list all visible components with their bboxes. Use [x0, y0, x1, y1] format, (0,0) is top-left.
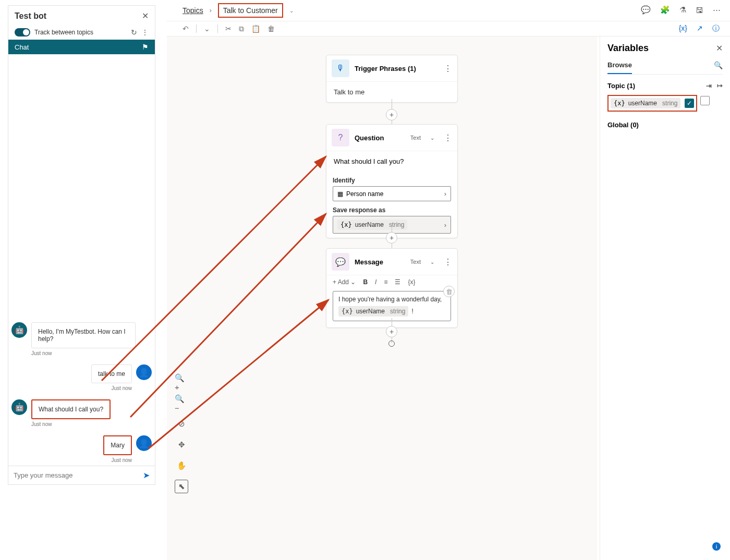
- chat-input[interactable]: [14, 471, 140, 479]
- more-icon[interactable]: ⋯: [713, 5, 721, 15]
- tab-browse[interactable]: Browse: [607, 61, 632, 74]
- search-icon[interactable]: 🔍: [714, 61, 723, 74]
- pan-icon[interactable]: ✋: [175, 459, 188, 472]
- breadcrumb-current[interactable]: Talk to Customer: [218, 3, 283, 18]
- breadcrumb-root[interactable]: Topics: [182, 6, 203, 15]
- variable-icon[interactable]: {x}: [408, 278, 415, 286]
- share-icon[interactable]: ↗: [697, 24, 703, 33]
- variable-icon: {x}: [340, 221, 352, 228]
- select-icon[interactable]: ⬉: [175, 480, 188, 493]
- chat-tab[interactable]: Chat ⚑: [8, 40, 155, 54]
- top-right-toolbar: 💬 🧩 ⚗ 🖫 ⋯: [641, 5, 721, 15]
- zoom-out-icon[interactable]: 🔍−: [175, 396, 188, 410]
- variables-title: Variables: [607, 43, 649, 54]
- global-section-label: Global (0): [607, 121, 723, 129]
- chat-bubble: Hello, I'm MyTestbot. How can I help?: [31, 322, 136, 348]
- flag-icon[interactable]: ⚑: [142, 43, 149, 51]
- variable-row[interactable]: {x} userName string ✓: [607, 95, 697, 112]
- message-icon: 💬: [332, 253, 349, 271]
- info-icon[interactable]: ⓘ: [712, 24, 720, 33]
- chevron-down-icon[interactable]: ⌄: [430, 259, 434, 265]
- ordered-list-icon[interactable]: ≡: [384, 278, 387, 286]
- close-icon[interactable]: ✕: [716, 43, 723, 53]
- reload-icon[interactable]: ↻: [131, 28, 137, 36]
- toolbar: ↶ ⌄ ✂ ⧉ 📋 🗑 {x} ↗ ⓘ: [167, 21, 730, 36]
- chat-bubble: Mary: [103, 435, 132, 455]
- zoom-in-icon[interactable]: 🔍+: [175, 375, 188, 389]
- ellipsis-icon[interactable]: ⋮: [444, 133, 452, 143]
- chat-message: 🤖 Hello, I'm MyTestbot. How can I help? …: [11, 322, 152, 356]
- identify-label: Identify: [333, 177, 451, 184]
- track-toggle[interactable]: [15, 28, 30, 36]
- message-toolbar: + Add ⌄ B I ≡ ☰ {x}: [326, 275, 457, 289]
- main-area: Topics › Talk to Customer ⌄ 💬 🧩 ⚗ 🖫 ⋯ ↶ …: [167, 0, 730, 560]
- node-type: Text: [410, 259, 421, 265]
- send-icon[interactable]: ➤: [143, 470, 150, 480]
- bot-avatar-icon: 🤖: [11, 399, 27, 415]
- chevron-right-icon: ›: [444, 221, 446, 229]
- node-title: Question: [355, 134, 405, 142]
- chat-message: 🤖 What should I call you? Just now: [11, 399, 152, 427]
- checkbox-checked[interactable]: ✓: [685, 99, 694, 108]
- chevron-right-icon: ›: [210, 7, 212, 14]
- ellipsis-icon[interactable]: ⋮: [444, 64, 452, 74]
- variables-panel: Variables ✕ Browse 🔍 Topic (1) ⇥ ↦ {x} u…: [600, 36, 730, 560]
- trigger-node[interactable]: 🎙 Trigger Phrases (1) ⋮ Talk to me: [326, 55, 458, 103]
- timestamp: Just now: [31, 421, 52, 427]
- question-prompt: What should I call you?: [326, 151, 457, 172]
- input-icon[interactable]: ⇥: [706, 82, 712, 90]
- variable-icon[interactable]: {x}: [679, 24, 687, 33]
- undo-icon[interactable]: ↶: [182, 25, 189, 33]
- authoring-canvas[interactable]: 🎙 Trigger Phrases (1) ⋮ Talk to me + ? Q…: [167, 36, 597, 560]
- chat-message: talk to me Just now 👤: [11, 364, 152, 391]
- question-icon: ?: [332, 129, 349, 147]
- message-node[interactable]: 💬 Message Text ⌄ ⋮ + Add ⌄ B I ≡ ☰ {x} 🗑…: [326, 248, 458, 328]
- info-dot-icon[interactable]: i: [712, 542, 721, 551]
- message-body[interactable]: 🗑 I hope you're having a wonderful day, …: [333, 291, 451, 321]
- entity-icon: ▦: [337, 190, 343, 198]
- test-bot-title: Test bot: [15, 11, 46, 21]
- bot-avatar-icon: 🤖: [11, 322, 27, 338]
- bot-icon[interactable]: 🧩: [660, 5, 670, 15]
- fit-icon[interactable]: ⊘: [175, 417, 188, 431]
- cut-icon[interactable]: ✂: [225, 25, 232, 33]
- track-label: Track between topics: [34, 29, 127, 36]
- add-node-button[interactable]: +: [386, 232, 397, 244]
- copy-icon[interactable]: ⧉: [239, 25, 244, 33]
- italic-icon[interactable]: I: [375, 278, 376, 286]
- add-node-button[interactable]: +: [386, 109, 397, 120]
- chat-input-row: ➤: [8, 466, 155, 484]
- save-icon[interactable]: 🖫: [696, 6, 703, 15]
- chat-tab-label: Chat: [15, 43, 29, 51]
- topic-section-label: Topic (1): [607, 82, 635, 90]
- comment-icon[interactable]: 💬: [641, 5, 651, 15]
- add-node-button[interactable]: +: [386, 326, 397, 337]
- save-response-label: Save response as: [333, 206, 451, 214]
- node-title: Trigger Phrases (1): [355, 65, 439, 72]
- delete-icon[interactable]: 🗑: [443, 286, 455, 297]
- close-icon[interactable]: ✕: [142, 11, 149, 21]
- node-title: Message: [355, 258, 405, 266]
- add-button[interactable]: + Add ⌄: [333, 278, 356, 286]
- chat-bubble: talk to me: [91, 364, 132, 383]
- question-node[interactable]: ? Question Text ⌄ ⋮ What should I call y…: [326, 124, 458, 238]
- ellipsis-icon[interactable]: ⋮: [444, 257, 452, 267]
- chevron-down-icon[interactable]: ⌄: [430, 135, 434, 141]
- beaker-icon[interactable]: ⚗: [679, 5, 686, 15]
- bold-icon[interactable]: B: [363, 278, 368, 286]
- delete-icon[interactable]: 🗑: [267, 25, 275, 33]
- node-type: Text: [410, 135, 421, 141]
- timestamp: Just now: [112, 457, 132, 463]
- recenter-icon[interactable]: ✥: [175, 438, 188, 452]
- chevron-down-icon[interactable]: ⌄: [204, 25, 210, 33]
- checkbox-unchecked[interactable]: [700, 96, 710, 105]
- chevron-right-icon: ›: [444, 190, 446, 198]
- chevron-down-icon[interactable]: ⌄: [289, 8, 294, 14]
- identify-field[interactable]: ▦Person name ›: [333, 186, 451, 201]
- output-icon[interactable]: ↦: [717, 82, 723, 90]
- track-row: Track between topics ↻ ⋮: [8, 26, 155, 40]
- unordered-list-icon[interactable]: ☰: [395, 278, 400, 286]
- ellipsis-icon[interactable]: ⋮: [141, 28, 149, 36]
- paste-icon[interactable]: 📋: [251, 25, 260, 33]
- chat-message: Mary Just now 👤: [11, 435, 152, 463]
